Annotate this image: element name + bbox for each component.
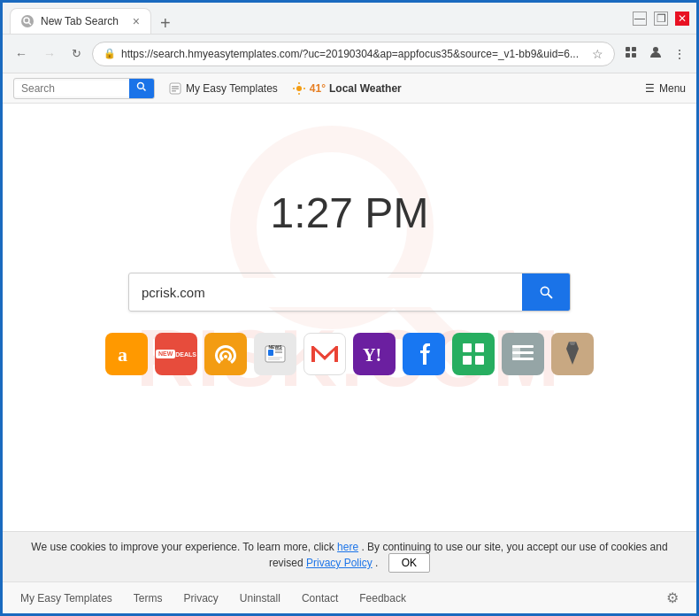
svg-rect-33 bbox=[475, 343, 484, 352]
title-bar: New Tab Search × + — ❐ ✕ bbox=[3, 3, 696, 35]
quick-link-audible[interactable] bbox=[204, 333, 247, 375]
main-search-input[interactable] bbox=[129, 278, 522, 307]
weather-section: 41° Local Weather bbox=[292, 81, 402, 96]
svg-rect-25 bbox=[268, 350, 273, 356]
quick-link-news[interactable]: NEWS bbox=[254, 333, 296, 375]
tab-area: New Tab Search × + bbox=[10, 3, 633, 34]
settings-gear-icon[interactable]: ⚙ bbox=[666, 589, 679, 606]
svg-rect-10 bbox=[172, 86, 179, 88]
footer-link-uninstall[interactable]: Uninstall bbox=[240, 592, 280, 604]
bookmark-search-button[interactable] bbox=[129, 78, 154, 99]
forward-button[interactable]: → bbox=[38, 43, 61, 65]
svg-rect-3 bbox=[632, 47, 636, 51]
new-tab-button[interactable]: + bbox=[155, 13, 176, 34]
url-text: https://search.hmyeasytemplates.com/?uc=… bbox=[121, 48, 587, 60]
svg-line-8 bbox=[143, 89, 146, 91]
footer-link-my-easy-templates[interactable]: My Easy Templates bbox=[20, 592, 112, 604]
bookmark-search-input[interactable] bbox=[14, 81, 129, 96]
cookie-text-line1: We use cookies to improve your experienc… bbox=[20, 541, 679, 553]
svg-point-6 bbox=[653, 47, 658, 52]
tab-favicon bbox=[21, 15, 34, 27]
active-tab[interactable]: New Tab Search × bbox=[10, 8, 151, 34]
extensions-button[interactable] bbox=[620, 42, 641, 65]
cookie-text4: . bbox=[375, 557, 378, 569]
menu-label: Menu bbox=[659, 82, 686, 95]
more-options-button[interactable]: ⋮ bbox=[670, 43, 689, 65]
address-bar: ← → ↻ 🔒 https://search.hmyeasytemplates.… bbox=[3, 35, 696, 73]
quick-links: a NEW DEALS bbox=[105, 333, 594, 375]
profile-button[interactable] bbox=[645, 42, 666, 65]
minimize-button[interactable]: — bbox=[633, 12, 647, 26]
footer: My Easy Templates Terms Privacy Uninstal… bbox=[3, 581, 696, 613]
cookie-text-line2: revised Privacy Policy . OK bbox=[20, 553, 679, 573]
tab-title: New Tab Search bbox=[41, 15, 119, 27]
svg-rect-11 bbox=[172, 88, 179, 89]
quick-link-gmail[interactable] bbox=[303, 333, 346, 375]
quick-link-green-app[interactable] bbox=[452, 333, 495, 375]
svg-rect-35 bbox=[475, 356, 484, 365]
bookmark-star-icon[interactable]: ☆ bbox=[592, 47, 603, 61]
lock-icon: 🔒 bbox=[104, 48, 116, 59]
svg-rect-5 bbox=[632, 53, 636, 58]
svg-text:NEWS: NEWS bbox=[269, 344, 283, 350]
toolbar-icons: ⋮ bbox=[620, 42, 689, 65]
reload-button[interactable]: ↻ bbox=[66, 43, 87, 64]
bookmark-search-box[interactable] bbox=[13, 78, 155, 99]
svg-rect-32 bbox=[463, 343, 472, 352]
quick-link-tie[interactable] bbox=[551, 333, 594, 375]
svg-text:Y!: Y! bbox=[363, 345, 381, 365]
quick-link-deals[interactable]: NEW DEALS bbox=[155, 333, 197, 375]
local-weather-label[interactable]: Local Weather bbox=[329, 82, 402, 95]
clock-display: 1:27 PM bbox=[271, 189, 429, 237]
bookmark-bar: My Easy Templates 41° Local Weather ☰ Me… bbox=[3, 73, 696, 104]
footer-link-privacy[interactable]: Privacy bbox=[184, 592, 219, 604]
svg-rect-4 bbox=[626, 53, 630, 58]
browser-frame: New Tab Search × + — ❐ ✕ ← → ↻ 🔒 https:/… bbox=[0, 0, 699, 616]
tab-close-button[interactable]: × bbox=[133, 14, 140, 28]
footer-link-terms[interactable]: Terms bbox=[134, 592, 163, 604]
page-content: RISK.COM 1:27 PM a bbox=[3, 104, 696, 613]
url-bar[interactable]: 🔒 https://search.hmyeasytemplates.com/?u… bbox=[92, 42, 615, 66]
quick-link-grey-app[interactable] bbox=[502, 333, 544, 375]
main-search-box bbox=[128, 273, 571, 312]
restore-button[interactable]: ❐ bbox=[654, 12, 668, 26]
svg-rect-2 bbox=[626, 47, 630, 51]
svg-rect-12 bbox=[172, 90, 176, 92]
quick-link-amazon[interactable]: a bbox=[105, 333, 148, 375]
svg-rect-39 bbox=[512, 345, 520, 360]
quick-link-yahoo[interactable]: Y! bbox=[353, 333, 396, 375]
svg-rect-34 bbox=[463, 356, 472, 365]
svg-line-1 bbox=[29, 23, 32, 26]
svg-point-7 bbox=[138, 83, 144, 89]
svg-point-0 bbox=[24, 18, 29, 23]
footer-link-feedback[interactable]: Feedback bbox=[359, 592, 406, 604]
privacy-policy-link[interactable]: Privacy Policy bbox=[306, 557, 373, 569]
menu-button[interactable]: ☰ Menu bbox=[645, 82, 686, 95]
cookie-text2: . By continuing to use our site, you acc… bbox=[361, 541, 667, 553]
back-button[interactable]: ← bbox=[10, 43, 33, 65]
cookie-ok-button[interactable]: OK bbox=[388, 553, 430, 573]
cookie-here-link[interactable]: here bbox=[337, 541, 358, 553]
menu-icon: ☰ bbox=[645, 82, 655, 95]
cookie-text3: revised bbox=[269, 557, 306, 569]
window-controls: — ❐ ✕ bbox=[633, 12, 689, 26]
quick-link-facebook[interactable] bbox=[403, 333, 445, 375]
main-search-button[interactable] bbox=[522, 273, 570, 312]
svg-point-23 bbox=[224, 355, 227, 358]
main-area: 1:27 PM a bbox=[3, 104, 696, 531]
cookie-text1: We use cookies to improve your experienc… bbox=[31, 541, 337, 553]
close-button[interactable]: ✕ bbox=[675, 12, 689, 26]
my-easy-templates-link: My Easy Templates bbox=[186, 82, 278, 95]
svg-point-13 bbox=[296, 86, 302, 91]
footer-link-contact[interactable]: Contact bbox=[302, 592, 338, 604]
temperature: 41° bbox=[310, 82, 326, 95]
svg-line-21 bbox=[548, 294, 551, 297]
cookie-notice: We use cookies to improve your experienc… bbox=[3, 531, 696, 581]
bookmark-my-easy-templates[interactable]: My Easy Templates bbox=[169, 82, 278, 95]
svg-text:a: a bbox=[118, 343, 127, 366]
